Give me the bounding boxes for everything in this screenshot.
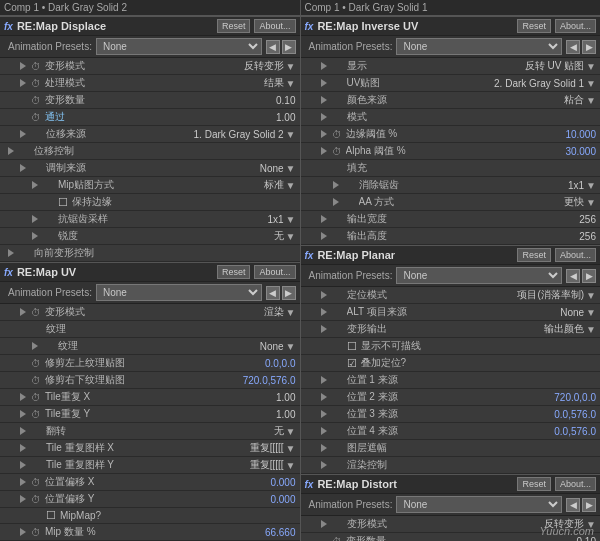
about-button[interactable]: About...	[555, 477, 596, 491]
about-button[interactable]: About...	[555, 19, 596, 33]
expand-triangle[interactable]	[321, 291, 327, 299]
stopwatch-icon[interactable]: ⏱	[31, 307, 41, 318]
stopwatch-icon[interactable]: ⏱	[31, 494, 41, 505]
stopwatch-icon[interactable]: ⏱	[31, 527, 41, 538]
expand-triangle[interactable]	[20, 393, 26, 401]
dropdown-arrow-icon[interactable]: ▼	[286, 61, 296, 72]
expand-triangle[interactable]	[20, 130, 26, 138]
dropdown-arrow-icon[interactable]: ▼	[286, 231, 296, 242]
prev-preset-button[interactable]: ◀	[566, 40, 580, 54]
dropdown-arrow-icon[interactable]: ▼	[586, 78, 596, 89]
next-preset-button[interactable]: ▶	[282, 286, 296, 300]
expand-triangle[interactable]	[321, 461, 327, 469]
dropdown-arrow-icon[interactable]: ▼	[586, 180, 596, 191]
stopwatch-icon[interactable]: ⏱	[31, 95, 41, 106]
anim-presets-dropdown[interactable]: None	[396, 496, 562, 513]
expand-triangle[interactable]	[321, 325, 327, 333]
next-preset-button[interactable]: ▶	[282, 40, 296, 54]
expand-triangle[interactable]	[321, 520, 327, 528]
expand-triangle[interactable]	[321, 232, 327, 240]
prev-preset-button[interactable]: ◀	[566, 269, 580, 283]
next-preset-button[interactable]: ▶	[582, 498, 596, 512]
stopwatch-icon[interactable]: ⏱	[31, 358, 41, 369]
expand-triangle[interactable]	[321, 427, 327, 435]
expand-triangle[interactable]	[321, 444, 327, 452]
dropdown-arrow-icon[interactable]: ▼	[286, 443, 296, 454]
expand-triangle[interactable]	[20, 461, 26, 469]
expand-triangle[interactable]	[20, 528, 26, 536]
expand-triangle[interactable]	[321, 393, 327, 401]
anim-presets-dropdown[interactable]: None	[96, 284, 262, 301]
expand-triangle[interactable]	[20, 164, 26, 172]
dropdown-arrow-icon[interactable]: ▼	[586, 324, 596, 335]
expand-triangle[interactable]	[20, 410, 26, 418]
reset-button[interactable]: Reset	[517, 19, 551, 33]
checkbox-icon[interactable]: ☐	[58, 196, 68, 209]
about-button[interactable]: About...	[254, 19, 295, 33]
dropdown-arrow-icon[interactable]: ▼	[286, 426, 296, 437]
dropdown-arrow-icon[interactable]: ▼	[286, 78, 296, 89]
stopwatch-icon[interactable]: ⏱	[31, 61, 41, 72]
dropdown-arrow-icon[interactable]: ▼	[286, 460, 296, 471]
expand-triangle[interactable]	[20, 478, 26, 486]
expand-triangle[interactable]	[20, 495, 26, 503]
dropdown-arrow-icon[interactable]: ▼	[586, 307, 596, 318]
expand-triangle[interactable]	[321, 376, 327, 384]
stopwatch-icon[interactable]: ⏱	[31, 477, 41, 488]
next-preset-button[interactable]: ▶	[582, 40, 596, 54]
expand-triangle[interactable]	[32, 342, 38, 350]
expand-triangle[interactable]	[321, 308, 327, 316]
expand-triangle[interactable]	[20, 79, 26, 87]
dropdown-arrow-icon[interactable]: ▼	[286, 180, 296, 191]
dropdown-arrow-icon[interactable]: ▼	[286, 163, 296, 174]
expand-triangle[interactable]	[321, 147, 327, 155]
stopwatch-icon[interactable]: ⏱	[332, 536, 342, 542]
dropdown-arrow-icon[interactable]: ▼	[586, 290, 596, 301]
dropdown-arrow-icon[interactable]: ▼	[286, 129, 296, 140]
reset-button[interactable]: Reset	[217, 265, 251, 279]
about-button[interactable]: About...	[555, 248, 596, 262]
prev-preset-button[interactable]: ◀	[266, 286, 280, 300]
expand-triangle[interactable]	[321, 130, 327, 138]
expand-triangle[interactable]	[20, 62, 26, 70]
dropdown-arrow-icon[interactable]: ▼	[586, 197, 596, 208]
dropdown-arrow-icon[interactable]: ▼	[586, 61, 596, 72]
expand-triangle[interactable]	[32, 232, 38, 240]
stopwatch-icon[interactable]: ⏱	[31, 375, 41, 386]
dropdown-arrow-icon[interactable]: ▼	[286, 341, 296, 352]
anim-presets-dropdown[interactable]: None	[96, 38, 262, 55]
expand-triangle[interactable]	[321, 113, 327, 121]
expand-triangle[interactable]	[333, 181, 339, 189]
checkbox-icon[interactable]: ☐	[347, 340, 357, 353]
checkbox-icon[interactable]: ☐	[46, 509, 56, 522]
stopwatch-icon[interactable]: ⏱	[332, 146, 342, 157]
dropdown-arrow-icon[interactable]: ▼	[586, 95, 596, 106]
expand-triangle[interactable]	[321, 410, 327, 418]
anim-presets-dropdown[interactable]: None	[396, 38, 562, 55]
expand-triangle[interactable]	[32, 215, 38, 223]
stopwatch-icon[interactable]: ⏱	[31, 112, 41, 123]
stopwatch-icon[interactable]: ⏱	[332, 129, 342, 140]
checkbox-icon[interactable]: ☑	[347, 357, 357, 370]
stopwatch-icon[interactable]: ⏱	[31, 409, 41, 420]
expand-triangle[interactable]	[321, 79, 327, 87]
next-preset-button[interactable]: ▶	[582, 269, 596, 283]
reset-button[interactable]: Reset	[517, 248, 551, 262]
anim-presets-dropdown[interactable]: None	[396, 267, 562, 284]
stopwatch-icon[interactable]: ⏱	[31, 392, 41, 403]
expand-triangle[interactable]	[20, 308, 26, 316]
expand-triangle[interactable]	[321, 62, 327, 70]
dropdown-arrow-icon[interactable]: ▼	[286, 214, 296, 225]
stopwatch-icon[interactable]: ⏱	[31, 78, 41, 89]
about-button[interactable]: About...	[254, 265, 295, 279]
reset-button[interactable]: Reset	[517, 477, 551, 491]
prev-preset-button[interactable]: ◀	[266, 40, 280, 54]
expand-triangle[interactable]	[8, 249, 14, 257]
expand-triangle[interactable]	[32, 181, 38, 189]
prev-preset-button[interactable]: ◀	[566, 498, 580, 512]
reset-button[interactable]: Reset	[217, 19, 251, 33]
expand-triangle[interactable]	[20, 444, 26, 452]
expand-triangle[interactable]	[333, 198, 339, 206]
expand-triangle[interactable]	[321, 96, 327, 104]
expand-triangle[interactable]	[20, 427, 26, 435]
